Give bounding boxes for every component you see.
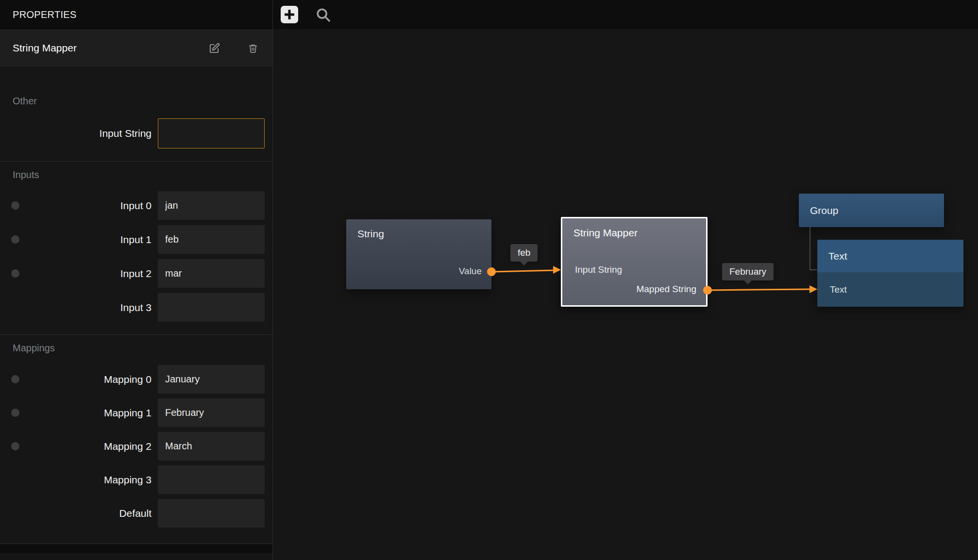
section-label-mappings: Mappings <box>13 343 272 354</box>
section-label-inputs: Inputs <box>13 169 272 181</box>
mapping-1-field[interactable] <box>158 398 265 427</box>
node-graph-canvas[interactable]: String Value String Mapper Input String … <box>273 0 978 560</box>
trash-icon[interactable] <box>248 43 258 54</box>
section-label-other: Other <box>13 96 272 107</box>
node-title: Text <box>817 240 963 272</box>
properties-panel: PROPERTIES String Mapper Other Input Str… <box>0 0 273 560</box>
edit-icon[interactable] <box>209 43 220 54</box>
node-title: Group <box>799 194 944 227</box>
input-string-row: Input String <box>0 118 272 148</box>
divider <box>0 161 272 162</box>
port-connected-dot <box>11 201 19 210</box>
mapping-3-field[interactable] <box>158 465 265 494</box>
field-label: Default <box>19 508 152 519</box>
wire-value-badge: February <box>722 263 774 280</box>
node-title: String Mapper <box>562 218 706 247</box>
selected-node-name: String Mapper <box>13 42 209 54</box>
port-connected-dot <box>11 409 19 417</box>
wire-value-badge: feb <box>510 244 538 262</box>
input-1-row: Input 1 <box>0 225 272 254</box>
input-3-row: Input 3 <box>0 293 272 322</box>
mapping-2-row: Mapping 2 <box>0 432 272 461</box>
default-row: Default <box>0 499 272 527</box>
field-label: Input 0 <box>19 200 152 212</box>
input-2-row: Input 2 <box>0 259 272 288</box>
mapping-0-field[interactable] <box>158 365 265 394</box>
port-connected-dot <box>11 375 19 383</box>
mapping-2-field[interactable] <box>158 432 265 461</box>
input-2-field[interactable] <box>158 259 265 288</box>
wire-feb <box>491 270 554 272</box>
wire-february-arrowhead <box>809 285 817 293</box>
wire-february <box>708 289 810 290</box>
field-label: Mapping 1 <box>19 407 152 419</box>
value-output-port[interactable]: Value <box>459 266 482 276</box>
default-field[interactable] <box>158 499 265 527</box>
field-label: Mapping 3 <box>19 474 152 486</box>
field-label: Input String <box>19 128 152 139</box>
selected-node-row: String Mapper <box>0 30 272 66</box>
mapping-0-row: Mapping 0 <box>0 365 272 394</box>
mapping-3-row: Mapping 3 <box>0 465 272 494</box>
field-label: Input 2 <box>19 268 152 280</box>
mapping-1-row: Mapping 1 <box>0 398 272 427</box>
panel-title: PROPERTIES <box>0 0 272 30</box>
field-label: Input 3 <box>19 302 152 313</box>
search-icon[interactable] <box>315 6 332 24</box>
input-0-row: Input 0 <box>0 191 272 220</box>
port-connected-dot <box>11 269 19 278</box>
text-input-port[interactable]: Text <box>817 272 963 307</box>
port-connected-dot <box>11 442 19 450</box>
next-section-strip <box>0 544 272 553</box>
group-child-connector <box>810 227 817 270</box>
input-string-field[interactable] <box>158 118 265 148</box>
node-string-mapper[interactable]: String Mapper Input String Mapped String <box>561 217 708 307</box>
add-node-icon[interactable] <box>281 6 298 23</box>
mapped-string-port[interactable]: Mapped String <box>636 284 696 294</box>
canvas-toolbar <box>273 0 978 29</box>
divider <box>0 334 272 335</box>
input-0-field[interactable] <box>158 191 265 220</box>
node-title: String <box>346 219 491 248</box>
node-group[interactable]: Group <box>799 194 944 227</box>
node-string[interactable]: String Value <box>346 219 491 289</box>
input-string-port[interactable]: Input String <box>575 265 622 275</box>
field-label: Mapping 2 <box>19 441 152 452</box>
input-1-field[interactable] <box>158 225 265 254</box>
input-3-field[interactable] <box>158 293 265 322</box>
node-text[interactable]: Text Text <box>817 240 963 307</box>
port-connected-dot <box>11 235 19 244</box>
field-label: Mapping 0 <box>19 374 152 385</box>
wire-feb-arrowhead <box>553 266 561 274</box>
field-label: Input 1 <box>19 234 152 246</box>
